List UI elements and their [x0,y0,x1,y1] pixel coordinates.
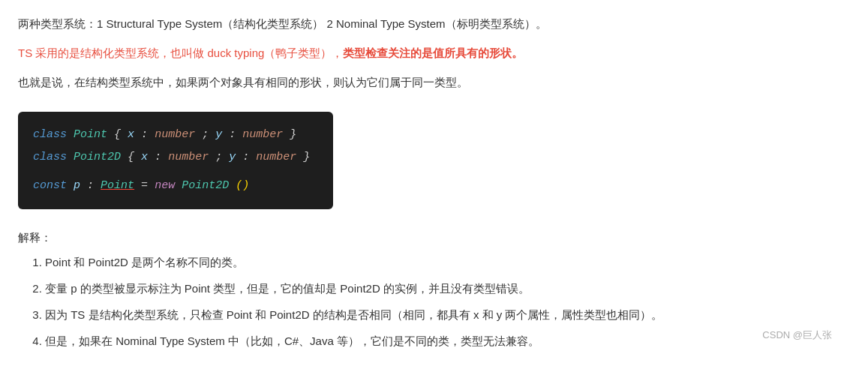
list-item-2-text: 变量 p 的类型被显示标注为 Point 类型，但是，它的值却是 Point2D… [45,282,530,295]
new-point2d: Point2D [182,179,229,192]
list-item: 因为 TS 是结构化类型系统，只检查 Point 和 Point2D 的结构是否… [45,304,850,325]
explanation-text: 解释： [18,231,52,244]
type-number-3: number [168,151,209,164]
list-item-1-text: Point 和 Point2D 是两个名称不同的类。 [45,256,244,268]
intro-paragraph-3: 也就是说，在结构类型系统中，如果两个对象具有相同的形状，则认为它们属于同一类型。 [18,72,850,92]
list-item: 变量 p 的类型被显示标注为 Point 类型，但是，它的值却是 Point2D… [45,278,850,298]
kw-class-2: class [33,151,67,164]
intro-text-1: 两种类型系统：1 Structural Type System（结构化类型系统）… [18,17,547,30]
type-number-4: number [256,151,296,164]
watermark: CSDN @巨人张 [762,328,832,342]
kw-const: const [33,179,67,192]
list-item: 但是，如果在 Nominal Type System 中（比如，C#、Java … [45,331,850,351]
list-item-4-text: 但是，如果在 Nominal Type System 中（比如，C#、Java … [45,334,539,347]
class-name-point2d: Point2D [74,151,121,164]
ts-shape-text: 类型检查关注的是值所具有的形状。 [343,46,523,59]
list-item-3-text: 因为 TS 是结构化类型系统，只检查 Point 和 Point2D 的结构是否… [45,308,662,321]
list-item: Point 和 Point2D 是两个名称不同的类。 [45,252,850,272]
page-wrapper: 两种类型系统：1 Structural Type System（结构化类型系统）… [18,14,850,351]
explanation-list: Point 和 Point2D 是两个名称不同的类。 变量 p 的类型被显示标注… [45,252,850,351]
intro-paragraph-1: 两种类型系统：1 Structural Type System（结构化类型系统）… [18,14,850,34]
type-number-2: number [242,128,283,141]
intro-text-3: 也就是说，在结构类型系统中，如果两个对象具有相同的形状，则认为它们属于同一类型。 [18,76,468,88]
prop-y-2: y [229,151,236,164]
ts-structural-text: TS 采用的是结构化类型系统，也叫做 duck typing（鸭子类型）， [18,46,343,59]
code-line-1: class Point { x : number ; y : number } [33,124,318,146]
prop-y-1: y [215,128,222,141]
intro-paragraph-2: TS 采用的是结构化类型系统，也叫做 duck typing（鸭子类型），类型检… [18,43,850,63]
type-number-1: number [155,128,195,141]
kw-new: new [155,179,175,192]
class-name-point: Point [74,128,107,141]
var-p: p [74,179,80,192]
code-block: class Point { x : number ; y : number } … [18,112,333,209]
parens: () [236,179,249,192]
code-line-3: const p : Point = new Point2D () [33,175,318,197]
prop-x-1: x [128,128,134,141]
type-point-underline: Point [101,179,134,192]
kw-class-1: class [33,128,67,141]
code-separator [33,169,318,175]
code-line-2: class Point2D { x : number ; y : number … [33,146,318,169]
prop-x-2: x [141,151,148,164]
eq-sign: = [141,179,148,192]
explanation-label: 解释： [18,227,850,248]
